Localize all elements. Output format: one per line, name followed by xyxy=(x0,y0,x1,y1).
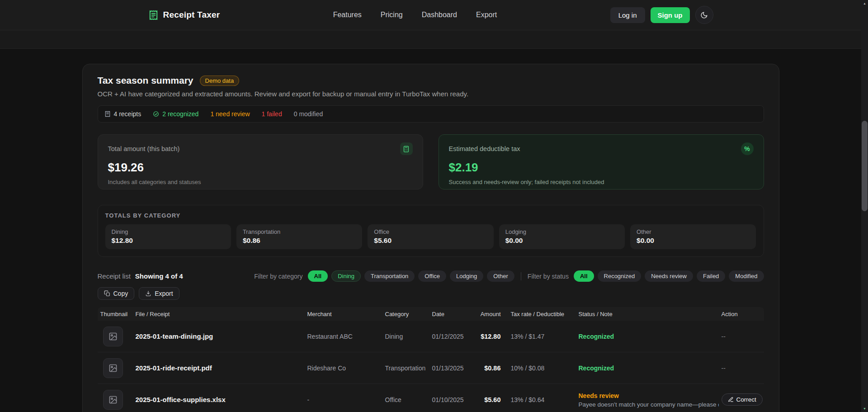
cell-date: 01/10/2025 xyxy=(429,396,470,403)
page-title: Tax season summary xyxy=(98,75,193,86)
navbar: Receipt Taxer Features Pricing Dashboard… xyxy=(0,0,861,30)
deductible-tax-card: Estimated deductible tax % $2.19 Success… xyxy=(439,134,764,189)
header-amount: Amount xyxy=(470,311,508,317)
scrollbar[interactable]: ▲ ▼ xyxy=(861,0,868,412)
status-badge: Recognized xyxy=(579,365,614,372)
filters: Filter by category All Dining Transporta… xyxy=(254,270,764,282)
export-button-label: Export xyxy=(155,290,173,297)
stats-bar: 4 receipts 2 recognized 1 need review 1 … xyxy=(98,105,764,123)
theme-toggle-button[interactable] xyxy=(695,6,713,24)
category-label: Office xyxy=(374,228,487,235)
category-amount: $0.86 xyxy=(243,237,356,245)
category-pill-transportation[interactable]: Transportation xyxy=(364,270,415,282)
status-pill-needs-review[interactable]: Needs review xyxy=(645,270,693,282)
category-amount: $0.00 xyxy=(637,237,750,245)
brand-name: Receipt Taxer xyxy=(163,10,220,20)
category-amount: $12.80 xyxy=(112,237,225,245)
category-label: Dining xyxy=(112,228,225,235)
header-merchant: Merchant xyxy=(305,311,382,317)
download-icon xyxy=(145,290,151,297)
cell-action: -- xyxy=(719,333,764,340)
category-pill-other[interactable]: Other xyxy=(487,270,514,282)
category-amount: $5.60 xyxy=(374,237,487,245)
cell-file: 2025-01-team-dining.jpg xyxy=(133,332,305,340)
scrollbar-thumb[interactable] xyxy=(862,121,868,211)
cell-amount: $0.86 xyxy=(470,365,508,372)
percent-icon: % xyxy=(741,142,754,155)
total-amount-card: Total amount (this batch) $19.26 Include… xyxy=(98,134,423,189)
brand[interactable]: Receipt Taxer xyxy=(148,10,220,20)
stat-receipts-label: 4 receipts xyxy=(114,110,142,118)
status-pill-recognized[interactable]: Recognized xyxy=(598,270,642,282)
check-circle-icon xyxy=(153,111,159,117)
category-total-other: Other $0.00 xyxy=(630,224,756,249)
status-pill-all[interactable]: All xyxy=(574,270,594,282)
category-pill-all[interactable]: All xyxy=(308,270,328,282)
scroll-up-arrow-icon[interactable]: ▲ xyxy=(861,0,868,7)
header-tax: Tax rate / Deductible xyxy=(508,311,576,317)
total-amount-value: $19.26 xyxy=(108,161,413,175)
pencil-icon xyxy=(728,397,734,403)
status-badge: Needs review xyxy=(579,392,619,399)
receipts-table: Thumbnail File / Receipt Merchant Catego… xyxy=(98,307,764,412)
export-button[interactable]: Export xyxy=(139,287,179,300)
filter-divider xyxy=(521,272,521,280)
nav-link-export[interactable]: Export xyxy=(476,11,497,19)
status-pill-failed[interactable]: Failed xyxy=(697,270,725,282)
status-pill-modified[interactable]: Modified xyxy=(729,270,764,282)
nav-actions: Log in Sign up xyxy=(610,6,713,24)
totals-heading: TOTALS BY CATEGORY xyxy=(105,212,756,219)
scroll-down-arrow-icon[interactable]: ▼ xyxy=(861,405,868,412)
table-header-row: Thumbnail File / Receipt Merchant Catego… xyxy=(98,307,764,321)
nav-link-features[interactable]: Features xyxy=(333,11,362,19)
deductible-tax-label: Estimated deductible tax xyxy=(449,145,520,152)
image-icon xyxy=(108,364,118,373)
table-row: 2025-01-ride-receipt.pdf Rideshare Co Tr… xyxy=(98,352,764,384)
hero-band xyxy=(0,30,861,49)
cell-amount: $12.80 xyxy=(470,333,508,340)
status-filter-label: Filter by status xyxy=(528,273,569,280)
cell-category: Dining xyxy=(382,333,429,340)
nav-link-dashboard[interactable]: Dashboard xyxy=(422,11,457,19)
receipt-icon xyxy=(104,111,111,117)
category-label: Transportation xyxy=(243,228,356,235)
receipt-thumbnail[interactable] xyxy=(103,390,123,410)
category-pill-office[interactable]: Office xyxy=(418,270,446,282)
receipt-thumbnail[interactable] xyxy=(103,358,123,378)
cell-merchant: Rideshare Co xyxy=(305,365,382,372)
cell-tax: 13% / $1.47 xyxy=(508,333,576,340)
copy-icon xyxy=(104,290,110,297)
page: Receipt Taxer Features Pricing Dashboard… xyxy=(0,0,861,412)
cell-date: 01/12/2025 xyxy=(429,333,470,340)
stat-receipts: 4 receipts xyxy=(104,110,142,118)
category-total-transportation: Transportation $0.86 xyxy=(236,224,362,249)
tax-summary-card: Tax season summary Demo data OCR + AI ha… xyxy=(82,64,779,412)
header-status: Status / Note xyxy=(576,311,719,317)
cell-merchant: Restaurant ABC xyxy=(305,333,382,340)
category-total-lodging: Lodging $0.00 xyxy=(499,224,625,249)
nav-link-pricing[interactable]: Pricing xyxy=(381,11,403,19)
cell-tax: 10% / $0.08 xyxy=(508,365,576,372)
deductible-tax-value: $2.19 xyxy=(449,161,754,175)
category-pill-lodging[interactable]: Lodging xyxy=(450,270,483,282)
cell-action: -- xyxy=(719,365,764,372)
correct-button-label: Correct xyxy=(736,396,756,403)
summary-subtitle: OCR + AI have categorized and extracted … xyxy=(98,90,764,98)
correct-button[interactable]: Correct xyxy=(722,393,763,406)
signup-button[interactable]: Sign up xyxy=(651,7,690,23)
copy-button-label: Copy xyxy=(113,290,128,297)
cell-file: 2025-01-ride-receipt.pdf xyxy=(133,364,305,372)
stat-modified: 0 modified xyxy=(294,110,323,118)
cell-file: 2025-01-office-supplies.xlsx xyxy=(133,396,305,403)
login-button[interactable]: Log in xyxy=(610,7,645,23)
header-action: Action xyxy=(719,311,764,317)
category-pill-dining[interactable]: Dining xyxy=(331,270,361,282)
stat-recognized: 2 recognized xyxy=(153,110,198,118)
image-icon xyxy=(108,332,118,341)
deductible-tax-note: Success and needs-review only; failed re… xyxy=(449,179,754,185)
cell-category: Transportation xyxy=(382,365,429,372)
copy-button[interactable]: Copy xyxy=(98,287,135,300)
cell-date: 01/13/2025 xyxy=(429,365,470,372)
receipt-thumbnail[interactable] xyxy=(103,327,123,346)
stat-recognized-label: 2 recognized xyxy=(162,110,198,118)
